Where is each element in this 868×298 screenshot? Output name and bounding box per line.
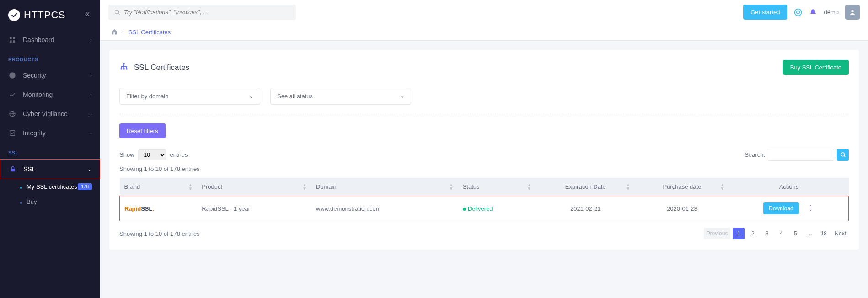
reset-filters-button[interactable]: Reset filters — [119, 123, 166, 138]
col-brand[interactable]: Brand▲▼ — [120, 178, 198, 196]
col-product[interactable]: Product▲▼ — [197, 178, 311, 196]
count-badge: 178 — [78, 183, 92, 190]
sidebar-heading-products: PRODUCTS — [0, 49, 100, 66]
topbar: Get started démo — [100, 0, 868, 24]
svg-point-9 — [795, 9, 802, 16]
collapse-sidebar-icon[interactable] — [85, 11, 92, 20]
sidebar-sub-buy[interactable]: Buy — [15, 194, 100, 209]
panel-ssl-certificates: SSL Certificates Buy SSL Certificate Fil… — [109, 50, 859, 250]
search-label: Search: — [745, 151, 765, 158]
sidebar-item-monitoring[interactable]: Monitoring › — [0, 85, 100, 104]
svg-point-11 — [851, 10, 853, 12]
more-actions-icon[interactable]: ⋮ — [807, 204, 814, 212]
breadcrumb: · SSL Certificates — [100, 24, 868, 41]
divider — [119, 114, 849, 114]
sidebar-item-label: Dashboard — [23, 36, 54, 43]
cell-brand: RapidSSL. — [120, 196, 198, 221]
show-entries: Show 10 entries — [119, 149, 188, 160]
sort-icon: ▲▼ — [449, 183, 454, 191]
svg-rect-3 — [13, 40, 15, 43]
chart-icon — [8, 90, 16, 99]
col-domain[interactable]: Domain▲▼ — [311, 178, 458, 196]
dashboard-icon — [8, 36, 16, 44]
pager-page[interactable]: 5 — [789, 228, 801, 239]
chevron-down-icon: ⌄ — [87, 166, 91, 172]
help-icon[interactable] — [793, 8, 803, 17]
sidebar-item-dashboard[interactable]: Dashboard › — [0, 30, 100, 49]
svg-rect-12 — [123, 63, 124, 64]
logo-text: HTTPCS — [24, 9, 65, 21]
download-button[interactable]: Download — [763, 202, 798, 214]
pager-page[interactable]: 1 — [733, 228, 745, 239]
pagination: Previous 1 2 3 4 5 … 18 Next — [704, 228, 849, 239]
ssl-table: Brand▲▼ Product▲▼ Domain▲▼ Status▲▼ Expi… — [119, 178, 849, 221]
bell-icon[interactable] — [809, 8, 817, 16]
search-icon — [114, 9, 120, 16]
cell-status: Delivered — [458, 196, 536, 221]
content: SSL Certificates Buy SSL Certificate Fil… — [100, 41, 868, 259]
chevron-right-icon: › — [90, 73, 92, 78]
pager-page[interactable]: 2 — [747, 228, 759, 239]
svg-rect-1 — [13, 37, 15, 39]
col-expiration[interactable]: Expiration Date▲▼ — [536, 178, 635, 196]
select-label: See all status — [277, 93, 313, 100]
pager-page[interactable]: 18 — [818, 228, 830, 239]
global-search[interactable] — [108, 5, 296, 20]
sidebar-sub-my-ssl[interactable]: My SSL certificates 178 — [15, 179, 100, 194]
pager-prev[interactable]: Previous — [704, 228, 731, 239]
table-header-row: Brand▲▼ Product▲▼ Domain▲▼ Status▲▼ Expi… — [120, 178, 849, 196]
sort-icon: ▲▼ — [720, 183, 725, 191]
logo-check-icon — [8, 9, 20, 21]
status-text: Delivered — [468, 205, 493, 212]
cell-expiration: 2021-02-21 — [536, 196, 635, 221]
filter-status-select[interactable]: See all status ⌄ — [270, 88, 411, 105]
svg-rect-14 — [123, 68, 124, 69]
breadcrumb-link[interactable]: SSL Certificates — [129, 29, 171, 36]
filter-domain-select[interactable]: Filter by domain ⌄ — [119, 88, 260, 105]
pager-page[interactable]: 3 — [761, 228, 773, 239]
cell-domain: www.demonstration.com — [311, 196, 458, 221]
chevron-right-icon: › — [90, 111, 92, 117]
buy-ssl-button[interactable]: Buy SSL Certificate — [783, 60, 849, 75]
brand-logo: RapidSSL. — [124, 205, 154, 212]
avatar[interactable] — [845, 5, 860, 20]
pager-next[interactable]: Next — [832, 228, 849, 239]
main: Get started démo · SSL Certificates SSL … — [100, 0, 868, 298]
table-search: Search: — [745, 149, 849, 161]
page-title: SSL Certificates — [119, 62, 189, 73]
svg-point-4 — [9, 72, 15, 78]
chevron-right-icon: › — [90, 92, 92, 97]
entries-select[interactable]: 10 — [138, 149, 166, 160]
get-started-button[interactable]: Get started — [743, 5, 787, 20]
sidebar-item-ssl[interactable]: SSL ⌄ — [0, 159, 100, 179]
cell-product: RapidSSL - 1 year — [197, 196, 311, 221]
check-square-icon — [8, 129, 16, 137]
sort-icon: ▲▼ — [626, 183, 630, 191]
username-label[interactable]: démo — [824, 9, 839, 16]
chevron-right-icon: › — [90, 37, 92, 43]
sidebar-item-integrity[interactable]: Integrity › — [0, 123, 100, 143]
chevron-right-icon: › — [90, 130, 92, 136]
sidebar-item-security[interactable]: Security › — [0, 66, 100, 85]
pager-page[interactable]: 4 — [775, 228, 787, 239]
cell-actions: Download ⋮ — [729, 196, 848, 221]
shield-check-icon — [8, 71, 16, 80]
search-input[interactable] — [124, 9, 290, 16]
search-button[interactable] — [837, 149, 849, 161]
table-search-input[interactable] — [768, 149, 834, 161]
table-controls: Show 10 entries Search: — [119, 149, 849, 161]
sidebar-item-label: SSL — [23, 165, 35, 173]
sidebar-item-label: Cyber Vigilance — [23, 110, 68, 117]
col-purchase[interactable]: Purchase date▲▼ — [635, 178, 729, 196]
home-icon[interactable] — [111, 28, 118, 36]
sort-icon: ▲▼ — [527, 183, 531, 191]
chevron-down-icon: ⌄ — [400, 93, 404, 99]
sidebar-heading-ssl: SSL — [0, 143, 100, 159]
logo[interactable]: HTTPCS — [8, 9, 65, 21]
col-status[interactable]: Status▲▼ — [458, 178, 536, 196]
page-title-text: SSL Certificates — [134, 63, 189, 72]
sidebar-item-cyber-vigilance[interactable]: Cyber Vigilance › — [0, 104, 100, 123]
table-info-bottom: Showing 1 to 10 of 178 entries — [119, 230, 200, 237]
svg-point-8 — [115, 10, 118, 14]
filters-row: Filter by domain ⌄ See all status ⌄ — [119, 88, 849, 105]
